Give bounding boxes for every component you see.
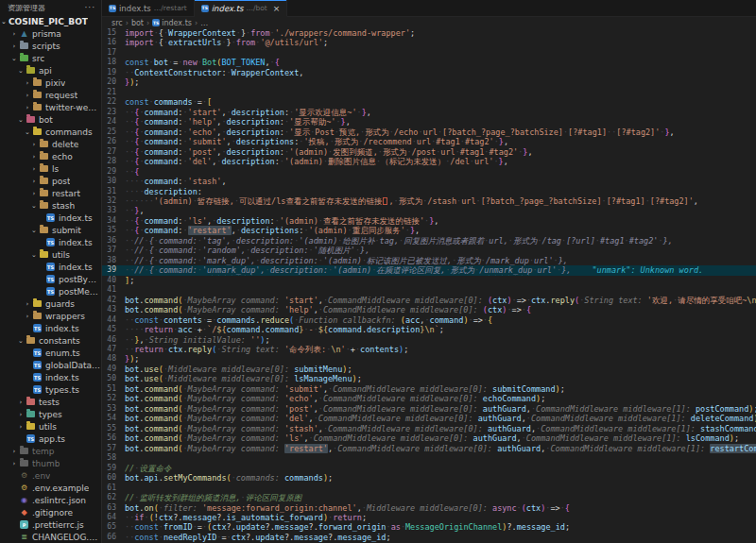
tree-item-types[interactable]: ›types <box>0 408 101 420</box>
tree-item-ls[interactable]: ›ls <box>0 162 101 175</box>
tree-item-guards[interactable]: ›guards <box>0 297 101 310</box>
code-line-33[interactable]: 33··}, <box>102 206 756 215</box>
code-line-43[interactable]: 43bot.command(·MaybeArray command: 'help… <box>102 305 756 314</box>
code-line-39[interactable]: 39··//·{·command:·'unmark_dup',·descript… <box>102 265 756 275</box>
code-line-42[interactable]: 42bot.command(·MaybeArray command: 'star… <box>102 296 756 305</box>
code-line-59[interactable]: 59//·设置命令 <box>102 464 756 473</box>
code-line-48[interactable]: 48}); <box>102 354 756 364</box>
breadcrumb-file[interactable]: TS index.ts <box>152 19 192 27</box>
tree-item-api[interactable]: ⌄api <box>0 64 101 76</box>
code-line-47[interactable]: 47··return·ctx.reply(·String text: '命令列表… <box>102 345 756 354</box>
code-line-17[interactable]: 17 <box>102 48 756 58</box>
tree-item-wrappers[interactable]: ›wrappers <box>0 310 101 322</box>
code-line-45[interactable]: 45····return·acc·+·`/${command.command}·… <box>102 325 756 334</box>
breadcrumb-src[interactable]: src <box>112 19 123 27</box>
code-line-61[interactable]: 61 <box>102 484 756 493</box>
tree-item-postByUrl.ts[interactable]: ›TSpostByUrl.ts <box>0 273 101 285</box>
tree-item-delete[interactable]: ›delete <box>0 138 101 150</box>
code-line-41[interactable]: 41 <box>102 285 756 295</box>
code-line-57[interactable]: 57bot.command(·MaybeArray command: 'rest… <box>102 444 756 453</box>
code-line-18[interactable]: 18const·bot·=·new·Bot(BOT_TOKEN,·{ <box>102 58 756 67</box>
tree-item-types.ts[interactable]: ›TStypes.ts <box>0 383 101 396</box>
tree-item-index.ts[interactable]: ›TSindex.ts <box>0 212 101 224</box>
code-line-36[interactable]: 36··//·{·command:·'tag',·description:·'(… <box>102 236 756 246</box>
code-line-20[interactable]: 20}); <box>102 77 756 87</box>
code-line-23[interactable]: 23··{·command:·'start',·description:·'显示… <box>102 108 756 117</box>
code-line-54[interactable]: 54bot.command(·MaybeArray command: 'del'… <box>102 414 756 423</box>
tree-item-CHANGELOG.md[interactable]: ›≣CHANGELOG.md <box>0 531 101 543</box>
tree-item-enum.ts[interactable]: ›TSenum.ts <box>0 347 101 359</box>
code-line-53[interactable]: 53bot.command(·MaybeArray command: 'post… <box>102 404 756 414</box>
tree-item-index.ts[interactable]: ›TSindex.ts <box>0 322 101 334</box>
tab-index-ts-restart[interactable]: TS index.ts …/restart <box>102 0 195 16</box>
tree-item-index.ts[interactable]: ›TSindex.ts <box>0 371 101 383</box>
tree-item-commands[interactable]: ⌄commands <box>0 126 101 138</box>
code-line-34[interactable]: 34··{·command:·'ls',·description:·'(admi… <box>102 216 756 226</box>
tree-item-globalData.ts[interactable]: ›TSglobalData.ts <box>0 359 101 371</box>
code-line-51[interactable]: 51bot.command(·MaybeArray command: 'subm… <box>102 384 756 394</box>
more-actions-icon[interactable]: ··· <box>84 3 95 12</box>
code-line-32[interactable]: 32······'(admin)·暂存链接,·可以通过/ls查看之前暂存未发送的… <box>102 196 756 206</box>
tree-item-app.ts[interactable]: ›TSapp.ts <box>0 433 101 445</box>
tree-item-root[interactable]: ⌄ COSINE_PIC_BOT <box>0 15 101 27</box>
tree-item-echo[interactable]: ›echo <box>0 150 101 162</box>
tree-item-utils[interactable]: ⌄utils <box>0 248 101 261</box>
tree-item-index.ts[interactable]: ›TSindex.ts <box>0 236 101 248</box>
code-line-22[interactable]: 22const·commands·=·[ <box>102 97 756 107</box>
tree-item-post[interactable]: ›post <box>0 175 101 187</box>
code-line-24[interactable]: 24··{·command:·'help',·description:·'显示帮… <box>102 117 756 127</box>
tree-item-prisma[interactable]: ›▲prisma <box>0 27 101 40</box>
tree-item-submit[interactable]: ⌄submit <box>0 224 101 236</box>
tree-item-.env.example[interactable]: ›⚙.env.example <box>0 482 101 494</box>
breadcrumb-symbol[interactable]: … <box>200 19 208 27</box>
code-line-25[interactable]: 25··{·command:·'echo',·description:·'显示·… <box>102 127 756 137</box>
tree-item-src[interactable]: ⌄src <box>0 52 101 64</box>
code-line-35[interactable]: 35··{·command:·'restart',·descriptions:·… <box>102 226 756 235</box>
code-line-38[interactable]: 38··//·{·command:·'mark_dup',·descriptio… <box>102 256 756 265</box>
code-line-52[interactable]: 52bot.command(·MaybeArray command: 'echo… <box>102 394 756 403</box>
code-line-44[interactable]: 44··const·contents·=·commands.reduce(·Fu… <box>102 315 756 325</box>
code-line-16[interactable]: 16import·{·extractUrls·}·from·'@/utils/u… <box>102 38 756 47</box>
tree-item-utils[interactable]: ›utils <box>0 420 101 433</box>
tab-index-ts-bot[interactable]: TS index.ts …/bot × <box>195 0 288 17</box>
code-line-27[interactable]: 27··{·command:·'post',·description:·'(ad… <box>102 147 756 157</box>
code-line-63[interactable]: 63bot.on(·filter: 'message:forward_origi… <box>102 503 756 513</box>
tree-item-index.ts[interactable]: ›TSindex.ts <box>0 261 101 273</box>
code-line-46[interactable]: 46··},·String initialValue: ''); <box>102 335 756 345</box>
code-line-66[interactable]: 66··const·needReplyID·=·ctx?.update?.mes… <box>102 533 756 542</box>
tree-item-thumb[interactable]: ›thumb <box>0 457 101 469</box>
tree-item-bot[interactable]: ⌄bot <box>0 113 101 126</box>
code-line-64[interactable]: 64··if·(!ctx?.message?.is_automatic_forw… <box>102 513 756 522</box>
code-line-62[interactable]: 62//·监听转发到群组的频道消息,·评论区回复原图 <box>102 493 756 502</box>
code-editor[interactable]: 15import·{·WrapperContext·}·from·'./wrap… <box>102 28 756 543</box>
tree-item-scripts[interactable]: ›scripts <box>0 40 101 52</box>
code-line-56[interactable]: 56bot.command(·MaybeArray command: 'ls',… <box>102 433 756 443</box>
tree-item-temp[interactable]: ›temp <box>0 445 101 457</box>
code-line-65[interactable]: 65··const·fromID·=·(ctx?.update?.message… <box>102 522 756 532</box>
tree-item-.eslintrc.json[interactable]: ›◉.eslintrc.json <box>0 494 101 506</box>
tree-item-constants[interactable]: ⌄constants <box>0 334 101 347</box>
code-line-55[interactable]: 55bot.command(·MaybeArray command: 'stas… <box>102 424 756 433</box>
code-line-26[interactable]: 26··{·command:·'submit',·descriptions:·'… <box>102 137 756 146</box>
code-line-49[interactable]: 49bot.use(·Middleware middleware[0]: sub… <box>102 365 756 374</box>
code-line-50[interactable]: 50bot.use(·Middleware middleware[0]: lsM… <box>102 374 756 383</box>
code-line-28[interactable]: 28··{·command:·'del',·description:·'(adm… <box>102 157 756 166</box>
tree-item-restart[interactable]: ›restart <box>0 187 101 199</box>
code-line-21[interactable]: 21 <box>102 88 756 97</box>
tree-item-postMedia.ts[interactable]: ›TSpostMedia.ts <box>0 285 101 297</box>
code-line-40[interactable]: 40]; <box>102 276 756 285</box>
code-line-58[interactable]: 58 <box>102 453 756 463</box>
tree-item-request[interactable]: ›request <box>0 89 101 101</box>
code-line-30[interactable]: 30····command:·'stash', <box>102 177 756 186</box>
code-line-37[interactable]: 37··//·{·command:·'random',·description:… <box>102 246 756 255</box>
code-line-31[interactable]: 31····description: <box>102 187 756 196</box>
code-line-19[interactable]: 19··ContextConstructor:·WrapperContext, <box>102 68 756 77</box>
tree-item-stash[interactable]: ⌄stash <box>0 199 101 212</box>
close-icon[interactable]: × <box>273 4 281 13</box>
tree-item-twitter-web-api[interactable]: ›twitter-web-api <box>0 101 101 113</box>
tree-item-.prettierrc.js[interactable]: ›P.prettierrc.js <box>0 518 101 531</box>
breadcrumb-bot[interactable]: bot <box>131 19 144 27</box>
code-line-15[interactable]: 15import·{·WrapperContext·}·from·'./wrap… <box>102 28 756 38</box>
tree-item-.env[interactable]: ›⚙.env <box>0 469 101 482</box>
tree-item-.gitignore[interactable]: ›◆.gitignore <box>0 506 101 518</box>
